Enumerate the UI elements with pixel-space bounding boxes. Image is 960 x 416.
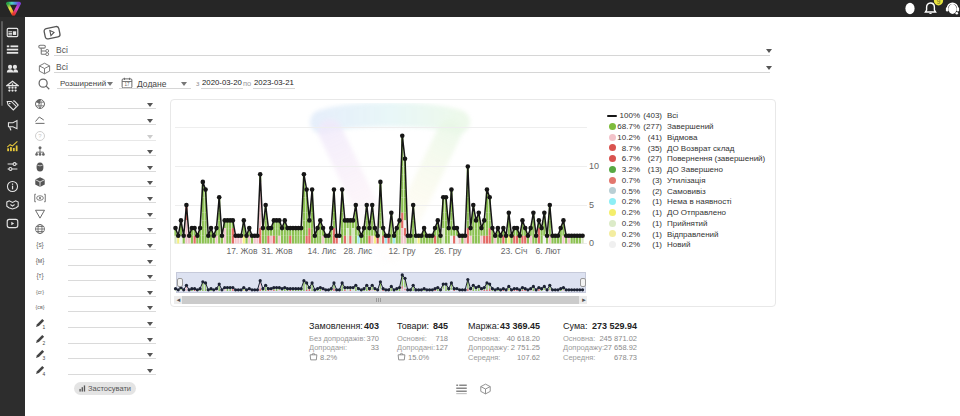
svg-text:9: 9 bbox=[937, 0, 941, 5]
